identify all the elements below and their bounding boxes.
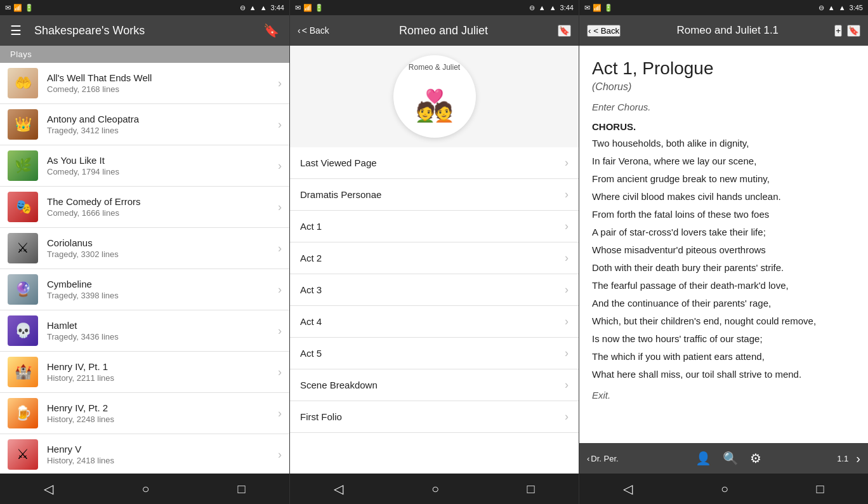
play-item-aw[interactable]: 🤲 All's Well That Ends Well Comedy, 2168… xyxy=(0,63,289,104)
stage-direction-enter: Enter Chorus. xyxy=(592,102,855,112)
menu-item-act5[interactable]: Act 5 › xyxy=(290,338,579,369)
status-bar-wifi-3: ▲ xyxy=(828,4,835,11)
verses-container: Two households, both alike in dignity,In… xyxy=(592,136,855,382)
play-thumbnail-ce: 🎭 xyxy=(8,192,38,222)
reading-bookmark-button[interactable]: 🔖 xyxy=(847,25,860,37)
play-name-h4p1: Henry IV, Pt. 1 xyxy=(47,361,278,372)
verse-line-3: Where civil blood makes civil hands uncl… xyxy=(592,189,855,204)
play-info-cor: Coriolanus Tragedy, 3302 lines xyxy=(47,237,278,259)
chevron-ce: › xyxy=(278,201,282,214)
play-info-cym: Cymbeline Tragedy, 3398 lines xyxy=(47,279,278,300)
status-bar-wifi-2: ▲ xyxy=(539,4,546,11)
recents-nav-icon-1[interactable]: □ xyxy=(237,482,245,496)
notification-icon: ✉ xyxy=(5,4,11,12)
verse-line-9: And the continuance of their parents' ra… xyxy=(592,296,855,311)
play-item-h5[interactable]: ⚔ Henry V History, 2418 lines › xyxy=(0,434,289,474)
bookmark-button-2[interactable]: 🔖 xyxy=(558,25,571,37)
menu-item-last[interactable]: Last Viewed Page › xyxy=(290,147,579,179)
menu-chevron-act1: › xyxy=(565,220,569,233)
chevron-ham: › xyxy=(278,324,282,338)
play-thumbnail-h4p1: 🏰 xyxy=(8,357,38,387)
bottom-nav-3: ◁ ○ □ xyxy=(579,474,868,504)
signal-icon-3: 📶 xyxy=(593,4,602,12)
play-thumbnail-h4p2: 🍺 xyxy=(8,398,38,428)
bottom-nav-1: ◁ ○ □ xyxy=(0,474,289,504)
page-number: 1.1 xyxy=(834,454,851,463)
home-nav-icon-3[interactable]: ○ xyxy=(721,482,728,496)
next-page-button[interactable]: › xyxy=(852,449,864,468)
menu-item-folio[interactable]: First Folio › xyxy=(290,401,579,433)
play-info-ac: Antony and Cleopatra Tragedy, 3412 lines xyxy=(47,114,278,135)
reading-bottom-bar: ‹ Dr. Per. 👤 🔍 ⚙ 1.1 › xyxy=(579,443,868,474)
hamburger-menu-button[interactable]: ☰ xyxy=(8,20,24,41)
verse-line-12: The which if you with patient ears atten… xyxy=(592,349,855,364)
recents-nav-icon-2[interactable]: □ xyxy=(527,482,535,496)
play-meta-h4p2: History, 2248 lines xyxy=(47,414,278,424)
menu-label-scene: Scene Breakdown xyxy=(300,380,565,390)
home-nav-icon-1[interactable]: ○ xyxy=(141,482,149,496)
verse-line-6: Whose misadventur'd piteous overthrows xyxy=(592,242,855,258)
add-bookmark-button[interactable]: + xyxy=(834,25,842,37)
chevron-h4p2: › xyxy=(278,407,282,420)
works-toolbar: ☰ Shakespeare's Works 🔖 xyxy=(0,15,289,46)
status-bar-no-disturb: ⊖ xyxy=(240,4,246,12)
back-nav-icon-2[interactable]: ◁ xyxy=(334,481,343,496)
settings-icon-button[interactable]: ⚙ xyxy=(745,448,766,468)
back-button-3[interactable]: ‹ < Back xyxy=(587,25,621,37)
verse-line-10: Which, but their children's end, nought … xyxy=(592,314,855,329)
menu-label-folio: First Folio xyxy=(300,411,565,422)
search-icon-button[interactable]: 🔍 xyxy=(718,448,744,468)
play-item-ham[interactable]: 💀 Hamlet Tragedy, 3436 lines › xyxy=(0,310,289,352)
status-time-3: 3:45 xyxy=(850,4,863,11)
status-left-icons-3: ✉ 📶 🔋 xyxy=(584,4,613,12)
stage-direction-exit: Exit. xyxy=(592,390,855,401)
verse-line-4: From forth the fatal loins of these two … xyxy=(592,207,855,222)
status-left-icons-2: ✉ 📶 🔋 xyxy=(295,4,324,12)
person-icon-button[interactable]: 👤 xyxy=(690,448,716,468)
chevron-h5: › xyxy=(278,448,282,461)
play-info-h4p1: Henry IV, Pt. 1 History, 2211 lines xyxy=(47,361,278,383)
play-name-ac: Antony and Cleopatra xyxy=(47,114,278,124)
recents-nav-icon-3[interactable]: □ xyxy=(817,482,824,496)
romeo-menu-list: Last Viewed Page › Dramatis Personae › A… xyxy=(290,147,579,474)
home-nav-icon-2[interactable]: ○ xyxy=(431,482,439,496)
status-right-3: ⊖ ▲ ▲ 3:45 xyxy=(819,4,863,12)
back-nav-icon-3[interactable]: ◁ xyxy=(623,481,633,496)
menu-item-act2[interactable]: Act 2 › xyxy=(290,242,579,274)
bookmark-button[interactable]: 🔖 xyxy=(261,20,282,41)
status-right-2: ⊖ ▲ ▲ 3:44 xyxy=(529,4,574,12)
status-bar-no-disturb-2: ⊖ xyxy=(529,4,535,12)
play-meta-ayl: Comedy, 1794 lines xyxy=(47,167,278,176)
menu-label-act1: Act 1 xyxy=(300,221,565,232)
play-meta-aw: Comedy, 2168 lines xyxy=(47,84,278,94)
menu-chevron-act2: › xyxy=(565,251,569,265)
chevron-h4p1: › xyxy=(278,366,282,379)
play-item-ce[interactable]: 🎭 The Comedy of Errors Comedy, 1666 line… xyxy=(0,187,289,228)
play-item-cor[interactable]: ⚔ Coriolanus Tragedy, 3302 lines › xyxy=(0,228,289,269)
status-bar-signal: ▲ xyxy=(260,4,267,11)
chorus-label: (Chorus) xyxy=(592,81,855,93)
menu-item-dramatis[interactable]: Dramatis Personae › xyxy=(290,179,579,211)
play-item-cym[interactable]: 🔮 Cymbeline Tragedy, 3398 lines › xyxy=(0,269,289,310)
dr-per-button[interactable]: ‹ Dr. Per. xyxy=(583,451,622,466)
play-info-h4p2: Henry IV, Pt. 2 History, 2248 lines xyxy=(47,402,278,424)
play-item-ac[interactable]: 👑 Antony and Cleopatra Tragedy, 3412 lin… xyxy=(0,104,289,145)
menu-item-act4[interactable]: Act 4 › xyxy=(290,306,579,338)
back-nav-icon-1[interactable]: ◁ xyxy=(44,481,53,496)
notification-icon-3: ✉ xyxy=(584,4,590,12)
menu-item-act3[interactable]: Act 3 › xyxy=(290,274,579,306)
romeo-title: Romeo and Juliet xyxy=(334,24,553,37)
play-item-h4p2[interactable]: 🍺 Henry IV, Pt. 2 History, 2248 lines › xyxy=(0,393,289,434)
back-button-2[interactable]: ‹ < Back xyxy=(298,25,329,36)
menu-item-act1[interactable]: Act 1 › xyxy=(290,211,579,242)
play-item-ayl[interactable]: 🌿 As You Like It Comedy, 1794 lines › xyxy=(0,145,289,187)
battery-icon-2: 🔋 xyxy=(315,4,324,12)
verse-line-8: The fearful passage of their death-mark'… xyxy=(592,278,855,293)
notification-icon-2: ✉ xyxy=(295,4,301,12)
status-bar-no-disturb-3: ⊖ xyxy=(819,4,824,12)
menu-label-act2: Act 2 xyxy=(300,253,565,263)
play-meta-ham: Tragedy, 3436 lines xyxy=(47,332,278,342)
menu-item-scene[interactable]: Scene Breakdown › xyxy=(290,369,579,401)
play-item-h4p1[interactable]: 🏰 Henry IV, Pt. 1 History, 2211 lines › xyxy=(0,352,289,393)
panel-romeo-juliet: ✉ 📶 🔋 ⊖ ▲ ▲ 3:44 ‹ < Back Romeo and Juli… xyxy=(289,0,579,504)
